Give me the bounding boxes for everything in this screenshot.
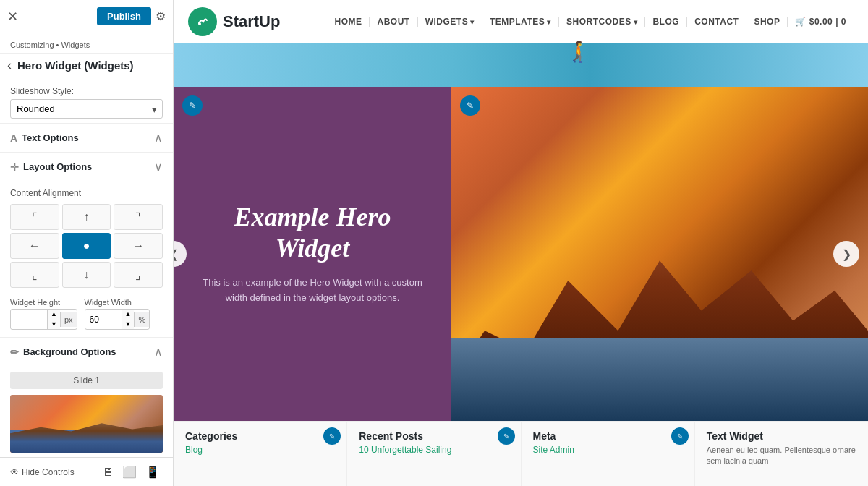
publish-button[interactable]: Publish xyxy=(97,7,151,25)
widget-height-input[interactable] xyxy=(11,312,47,328)
align-bot-left[interactable]: ⌞ xyxy=(10,262,59,288)
layout-options-accordion[interactable]: ✛ Layout Options ∨ xyxy=(0,152,173,181)
back-button[interactable]: ‹ xyxy=(7,58,12,73)
hero-left-edit-button[interactable]: ✎ xyxy=(182,95,203,116)
widget-categories-edit-button[interactable]: ✎ xyxy=(323,427,341,445)
align-mid-center[interactable]: ● xyxy=(62,233,111,259)
text-options-accordion[interactable]: A Text Options ∧ xyxy=(0,123,173,152)
width-up-arrow[interactable]: ▲ xyxy=(122,310,135,320)
menu-item-contact[interactable]: CONTACT xyxy=(687,17,746,27)
widget-meta-edit-button[interactable]: ✎ xyxy=(671,427,689,445)
hero-photo xyxy=(451,87,868,421)
widget-recent-posts-edit-button[interactable]: ✎ xyxy=(498,427,515,445)
close-button[interactable]: ✕ xyxy=(7,10,18,23)
widget-categories-blog-link[interactable]: Blog xyxy=(185,445,335,455)
menu-item-home[interactable]: HOME xyxy=(327,17,370,27)
background-options-toggle: ∧ xyxy=(154,345,163,359)
logo-text: StartUp xyxy=(223,12,280,31)
publish-area: Publish ⚙ xyxy=(97,7,166,25)
hero-nav-right-button[interactable]: ❯ xyxy=(833,241,859,267)
widget-meta: ✎ Meta Site Admin xyxy=(522,422,695,486)
text-options-label: Text Options xyxy=(22,132,78,143)
hide-controls-button[interactable]: 👁 Hide Controls xyxy=(10,467,75,477)
background-options-content: Slide 1 xyxy=(0,366,173,457)
widget-recent-posts: ✎ Recent Posts 10 Unforgettable Sailing xyxy=(347,422,521,486)
slideshow-style-section: Slideshow Style: Rounded Fade Slide Zoom xyxy=(0,79,173,123)
widget-height-input-wrap: ▲ ▼ px xyxy=(10,309,77,330)
breadcrumb-area: Customizing • Widgets xyxy=(0,33,173,54)
mobile-view-button[interactable]: 📱 xyxy=(142,464,163,480)
widget-recent-posts-link[interactable]: 10 Unforgettable Sailing xyxy=(359,445,509,455)
menu-item-cart[interactable]: 🛒 $0.00 | 0 xyxy=(788,17,854,27)
panel-header: ✕ Publish ⚙ xyxy=(0,0,173,33)
widget-height-group: Widget Height ▲ ▼ px xyxy=(10,298,77,330)
panel-body: Slideshow Style: Rounded Fade Slide Zoom… xyxy=(0,79,173,457)
align-mid-right[interactable]: → xyxy=(114,233,163,259)
widget-meta-title: Meta xyxy=(533,430,683,442)
desktop-view-button[interactable]: 🖥 xyxy=(99,464,116,480)
site-preview: StartUp HOME ABOUT WIDGETS TEMPLATES SHO… xyxy=(174,0,868,486)
back-bar: ‹ Hero Widget (Widgets) xyxy=(0,54,173,79)
layout-options-content: Content Alignment ⌜ ↑ ⌝ ← ● → ⌞ ↓ ⌟ Widg… xyxy=(0,181,173,337)
widget-categories: ✎ Categories Blog xyxy=(174,422,347,486)
breadcrumb: Customizing • Widgets xyxy=(10,40,90,49)
hero-wrapper: ✎ Example Hero Widget This is an example… xyxy=(174,87,868,421)
widgets-bar: ✎ Categories Blog ✎ Recent Posts 10 Unfo… xyxy=(174,421,868,486)
widget-width-input-wrap: ▲ ▼ % xyxy=(85,309,150,330)
height-up-arrow[interactable]: ▲ xyxy=(48,310,60,320)
hero-main: ✎ Example Hero Widget This is an example… xyxy=(174,87,868,421)
widget-width-group: Widget Width ▲ ▼ % xyxy=(85,298,150,330)
layout-options-toggle: ∨ xyxy=(154,160,163,174)
widget-text-content: Aenean eu leo quam. Pellentesque ornare … xyxy=(707,445,856,467)
widget-text: Text Widget Aenean eu leo quam. Pellente… xyxy=(695,422,868,486)
logo-icon xyxy=(188,7,217,36)
align-bot-center[interactable]: ↓ xyxy=(62,262,111,288)
widget-height-label: Widget Height xyxy=(10,298,77,307)
widget-categories-title: Categories xyxy=(185,430,335,442)
align-mid-left[interactable]: ← xyxy=(10,233,59,259)
hero-nav-left-button[interactable]: ❮ xyxy=(174,241,187,267)
bottom-bar: 👁 Hide Controls 🖥 ⬜ 📱 xyxy=(0,457,173,486)
widget-meta-site-admin-link[interactable]: Site Admin xyxy=(533,445,683,455)
menu-item-blog[interactable]: BLOG xyxy=(645,17,687,27)
height-down-arrow[interactable]: ▼ xyxy=(48,320,60,330)
hero-right-panel: ✎ ❯ xyxy=(451,87,868,421)
menu-item-shop[interactable]: SHOP xyxy=(746,17,788,27)
hero-top-strip: 🚶 xyxy=(174,43,868,87)
hide-controls-label: Hide Controls xyxy=(22,467,75,477)
hero-title: Example Hero Widget xyxy=(195,202,430,264)
cart-total: $0.00 | 0 xyxy=(809,17,846,27)
align-top-center[interactable]: ↑ xyxy=(62,204,111,230)
dimensions-row: Widget Height ▲ ▼ px Widget Width xyxy=(10,298,163,330)
slideshow-label: Slideshow Style: xyxy=(10,86,163,96)
widget-text-title: Text Widget xyxy=(707,430,856,442)
slideshow-select[interactable]: Rounded Fade Slide Zoom xyxy=(10,99,163,119)
site-navbar: StartUp HOME ABOUT WIDGETS TEMPLATES SHO… xyxy=(174,0,868,43)
width-down-arrow[interactable]: ▼ xyxy=(122,320,135,330)
height-arrows: ▲ ▼ xyxy=(47,310,60,329)
height-unit: px xyxy=(60,312,77,327)
site-logo[interactable]: StartUp xyxy=(188,7,280,36)
menu-item-shortcodes[interactable]: SHORTCODES xyxy=(559,17,645,27)
tablet-view-button[interactable]: ⬜ xyxy=(119,464,140,480)
hero-left-panel: ✎ Example Hero Widget This is an example… xyxy=(174,87,451,421)
svg-point-1 xyxy=(198,22,201,25)
text-options-icon: A xyxy=(10,132,17,144)
align-top-left[interactable]: ⌜ xyxy=(10,204,59,230)
hero-right-edit-button[interactable]: ✎ xyxy=(460,95,480,116)
align-top-right[interactable]: ⌝ xyxy=(114,204,163,230)
width-unit: % xyxy=(134,312,149,327)
walking-person-icon: 🚶 xyxy=(565,40,590,64)
hero-description: This is an example of the Hero Widget wi… xyxy=(195,276,430,306)
align-bot-right[interactable]: ⌟ xyxy=(114,262,163,288)
background-options-accordion[interactable]: ✏ Background Options ∧ xyxy=(0,337,173,366)
slide-thumbnail[interactable] xyxy=(10,395,163,453)
widget-width-input[interactable] xyxy=(85,312,122,328)
background-options-icon: ✏ xyxy=(10,346,19,358)
menu-item-widgets[interactable]: WIDGETS xyxy=(418,17,482,27)
menu-item-about[interactable]: ABOUT xyxy=(370,17,417,27)
menu-item-templates[interactable]: TEMPLATES xyxy=(482,17,559,27)
alignment-grid: ⌜ ↑ ⌝ ← ● → ⌞ ↓ ⌟ xyxy=(10,204,163,288)
cart-icon: 🛒 xyxy=(795,17,807,27)
gear-button[interactable]: ⚙ xyxy=(156,9,166,23)
